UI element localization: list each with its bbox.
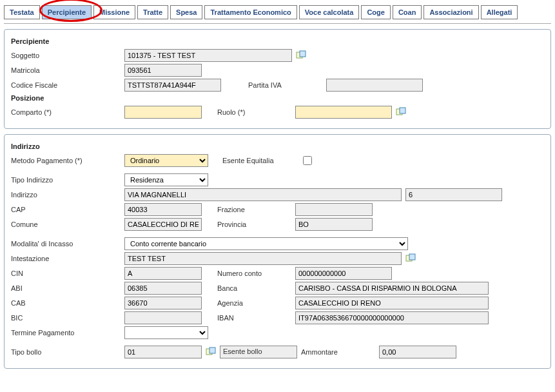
select-modalita-incasso[interactable]: Conto corrente bancario [124,237,408,250]
label-comparto: Comparto (*) [11,108,121,116]
input-comune[interactable] [124,218,202,231]
input-piva[interactable] [326,79,423,92]
checkbox-esente-equitalia[interactable] [303,156,312,165]
input-cin[interactable] [124,267,202,280]
input-civico[interactable] [405,188,502,201]
input-banca[interactable] [295,282,489,295]
label-cap: CAP [11,206,121,213]
input-ammontare[interactable] [379,346,456,358]
input-provincia[interactable] [295,218,373,231]
label-cab: CAB [11,299,121,307]
label-esente-equitalia: Esente Equitalia [222,157,297,164]
section-posizione-title: Posizione [11,94,544,102]
panel-percipiente: Percipiente Soggetto Matricola Codice Fi… [4,29,551,129]
label-termine-pagamento: Termine Pagamento [11,329,121,337]
lookup-tipo-bollo-icon[interactable] [206,347,216,357]
lookup-soggetto-icon[interactable] [296,50,306,61]
svg-rect-5 [409,254,415,260]
tab-tratte[interactable]: Tratte [137,5,168,19]
label-indirizzo: Indirizzo [11,191,121,199]
label-modalita-incasso: Modalita' di Incasso [11,240,121,248]
input-cf[interactable] [124,79,221,92]
input-agenzia[interactable] [295,297,489,309]
input-indirizzo[interactable] [124,188,402,201]
tab-allegati[interactable]: Allegati [481,5,518,19]
label-intestazione: Intestazione [11,255,121,262]
label-tipo-indirizzo: Tipo Indirizzo [11,176,121,184]
svg-rect-3 [400,108,405,113]
label-esente-bollo: Esente bollo [220,346,297,358]
tab-missione[interactable]: Missione [93,5,135,19]
label-ammontare: Ammontare [301,348,375,356]
label-piva: Partita IVA [248,81,322,89]
label-agenzia: Agenzia [217,299,291,307]
input-matricola[interactable] [124,64,202,77]
input-tipo-bollo[interactable] [124,346,202,358]
input-numero-conto[interactable] [295,267,392,280]
section-percipiente-title: Percipiente [11,37,544,45]
input-bic[interactable] [124,311,202,324]
label-abi: ABI [11,284,121,292]
lookup-intestazione-icon[interactable] [405,253,416,264]
tab-spesa[interactable]: Spesa [170,5,202,19]
panel-indirizzo: Indirizzo Metodo Pagamento (*) Ordinario… [4,134,551,369]
select-termine-pagamento[interactable] [124,326,208,339]
lookup-ruolo-icon[interactable] [396,107,406,117]
tab-trattamento[interactable]: Trattamento Economico [204,5,297,19]
select-metodo-pagamento[interactable]: Ordinario [124,154,208,167]
tab-bar: Testata Percipiente Missione Tratte Spes… [4,4,551,24]
tab-coge[interactable]: Coge [361,5,391,19]
input-iban[interactable] [295,311,489,324]
label-iban: IBAN [217,314,291,322]
label-tipo-bollo: Tipo bollo [11,348,121,356]
tab-testata[interactable]: Testata [4,5,40,19]
input-soggetto[interactable] [124,49,292,62]
label-provincia: Provincia [217,220,291,228]
input-cab[interactable] [124,297,202,309]
label-cf: Codice Fiscale [11,81,121,89]
tab-coan[interactable]: Coan [393,5,422,19]
svg-rect-1 [300,51,306,57]
input-comparto[interactable] [124,106,202,119]
input-abi[interactable] [124,282,202,295]
label-metodo-pagamento: Metodo Pagamento (*) [11,157,121,164]
input-cap[interactable] [124,203,202,216]
tab-percipiente[interactable]: Percipiente [42,5,92,19]
label-matricola: Matricola [11,66,121,74]
section-indirizzo-title: Indirizzo [11,142,544,150]
input-ruolo[interactable] [295,106,392,119]
svg-rect-7 [209,348,215,353]
label-bic: BIC [11,314,121,322]
label-ruolo: Ruolo (*) [217,108,291,116]
label-soggetto: Soggetto [11,52,121,59]
tab-voce[interactable]: Voce calcolata [299,5,360,19]
label-banca: Banca [217,284,291,292]
label-numero-conto: Numero conto [217,270,291,277]
label-cin: CIN [11,270,121,277]
select-tipo-indirizzo[interactable]: Residenza [124,173,208,186]
label-frazione: Frazione [217,206,291,213]
tab-associazioni[interactable]: Associazioni [424,5,478,19]
input-frazione[interactable] [295,203,373,216]
input-intestazione[interactable] [124,252,402,265]
label-comune: Comune [11,220,121,228]
